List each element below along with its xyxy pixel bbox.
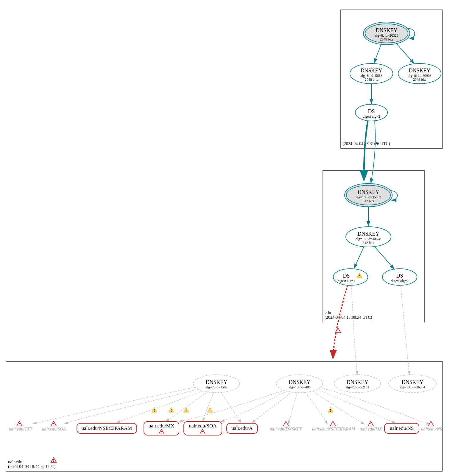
edge-k1-soa-left xyxy=(64,389,199,424)
node-title: DNSKEY xyxy=(350,68,393,74)
node-sub: alg=8, id=5613 xyxy=(350,74,393,78)
node-sub: alg=7, id=52161 xyxy=(334,385,380,390)
label-edu-ksk: DNSKEY alg=13, id=35663 512 bits xyxy=(345,189,391,203)
label-rr-ns: ualr.edu/NS xyxy=(384,425,419,431)
node-title: ualr.edu/NSEC3PARAM xyxy=(310,427,357,432)
label-rr-ns-r: ualr.edu/NS xyxy=(421,427,443,432)
label-edu-zsk: DNSKEY alg=13, id=30678 512 bits xyxy=(345,231,391,245)
node-sub: 2048 bits xyxy=(365,38,408,42)
node-title: DS xyxy=(334,273,358,279)
edge-rootds-eduksk-deleg xyxy=(364,121,368,180)
edge-eduds2-ualrk4 xyxy=(401,285,409,375)
label-root-zsk2: DNSKEY alg=8, id=30903 2048 bits xyxy=(398,68,441,82)
node-title: DNSKEY xyxy=(194,379,239,385)
node-sub: alg=8, id=20326 xyxy=(365,34,408,38)
node-sub: 512 bits xyxy=(345,199,391,203)
error-icon xyxy=(51,421,56,426)
node-sub: alg=13, id=35663 xyxy=(345,195,391,200)
label-edu-ds2: DS digest alg=2 xyxy=(384,273,416,283)
label-rr-nsec3p: ualr.edu/NSEC3PARAM xyxy=(77,425,137,431)
edge-rootksk-zsk1 xyxy=(374,44,381,64)
node-title: DNSKEY xyxy=(345,189,391,195)
label-root-ds: DS digest alg=2 xyxy=(355,108,387,119)
edge-rootksk-zsk2 xyxy=(396,43,415,64)
node-sub: alg=13, id=26234 xyxy=(389,385,436,390)
edge-rootds-eduksk xyxy=(371,121,375,184)
node-title: ualr.edu/NSEC3PARAM xyxy=(77,425,137,431)
node-sub: alg=8, id=30903 xyxy=(398,74,441,78)
node-title: DNSKEY xyxy=(398,68,441,74)
error-icon xyxy=(17,421,22,426)
edge-k2-dnskey xyxy=(288,393,297,424)
node-title: ualr.edu/DNSKEY xyxy=(267,427,305,432)
label-rr-mx: ualr.edu/MX xyxy=(144,423,179,429)
node-sub: alg=13, id=30678 xyxy=(345,237,391,241)
node-title: ualr.edu/TXT xyxy=(7,427,34,432)
edge-k1-txt xyxy=(33,387,195,424)
node-title: ualr.edu/A xyxy=(227,425,258,431)
node-title: ualr.edu/MX xyxy=(359,427,383,432)
error-icon xyxy=(428,421,434,426)
warning-icon xyxy=(207,407,213,412)
label-ualr-k4: DNSKEY alg=13, id=26234 xyxy=(389,379,436,389)
label-rr-dnskey: ualr.edu/DNSKEY xyxy=(267,427,305,432)
node-sub: digest alg=1 xyxy=(334,279,358,283)
label-ualr-k2: DNSKEY alg=13, id=480 xyxy=(277,379,323,389)
node-sub: digest alg=2 xyxy=(355,115,387,119)
edge-eduds1-ualrk3 xyxy=(351,285,357,375)
warning-icon xyxy=(328,407,333,412)
node-title: DNSKEY xyxy=(365,27,408,34)
label-ualr-k1: DNSKEY alg=7, id=1589 xyxy=(194,379,239,389)
edge-eduzsk-ds2 xyxy=(374,246,395,270)
node-title: DS xyxy=(355,108,387,115)
edge-eduds1-ualr-error xyxy=(333,285,348,358)
node-title: ualr.edu/MX xyxy=(144,423,179,429)
label-ualr-k3: DNSKEY alg=7, id=52161 xyxy=(334,379,380,389)
node-sub: alg=7, id=1589 xyxy=(194,385,239,390)
node-title: ualr.edu/NS xyxy=(421,427,443,432)
label-rr-mx-r: ualr.edu/MX xyxy=(359,427,383,432)
node-sub: 2048 bits xyxy=(398,78,441,82)
warning-icon xyxy=(152,407,157,412)
label-edu-ds1: DS digest alg=1 xyxy=(334,273,358,283)
edge-k2-mxr xyxy=(313,391,365,424)
error-icon xyxy=(330,421,336,426)
warning-icon xyxy=(169,407,174,412)
edge-k1-nsec3p xyxy=(116,391,203,423)
label-rr-soa: ualr.edu/SOA xyxy=(184,423,222,429)
node-title: ualr.edu/NS xyxy=(384,425,419,431)
node-title: DS xyxy=(384,273,416,279)
edge-k2-nsec3pr xyxy=(305,392,328,424)
node-sub: 2048 bits xyxy=(350,78,393,82)
label-rr-nsec3p-r: ualr.edu/NSEC3PARAM xyxy=(310,427,357,432)
warning-icon xyxy=(183,407,189,412)
edge-eduzsk-ds1 xyxy=(354,247,364,269)
node-sub: alg=13, id=480 xyxy=(277,385,323,390)
edge-k2-mx xyxy=(179,390,284,421)
error-icon xyxy=(51,458,56,462)
label-rr-soa-l: ualr.edu/SOA xyxy=(41,427,67,432)
edge-k2-nsr xyxy=(321,388,430,424)
edge-k1-soa xyxy=(203,392,214,421)
node-title: DNSKEY xyxy=(277,379,323,385)
label-rr-a: ualr.edu/A xyxy=(227,425,258,431)
node-title: ualr.edu/SOA xyxy=(184,423,222,429)
label-root-ksk: DNSKEY alg=8, id=20326 2048 bits xyxy=(365,27,408,42)
node-sub: digest alg=2 xyxy=(384,279,416,283)
node-title: DNSKEY xyxy=(334,379,380,385)
edge-k2-ns xyxy=(317,390,396,423)
error-icon xyxy=(368,421,373,426)
node-title: DNSKEY xyxy=(345,231,391,237)
edge-k1-a xyxy=(221,392,241,423)
error-icon xyxy=(283,421,289,426)
node-title: ualr.edu/SOA xyxy=(41,427,67,432)
node-sub: 512 bits xyxy=(345,241,391,245)
node-title: DNSKEY xyxy=(389,379,436,385)
label-root-zsk1: DNSKEY alg=8, id=5613 2048 bits xyxy=(350,68,393,82)
label-rr-txt: ualr.edu/TXT xyxy=(7,427,34,432)
edge-k2-a xyxy=(252,392,292,423)
